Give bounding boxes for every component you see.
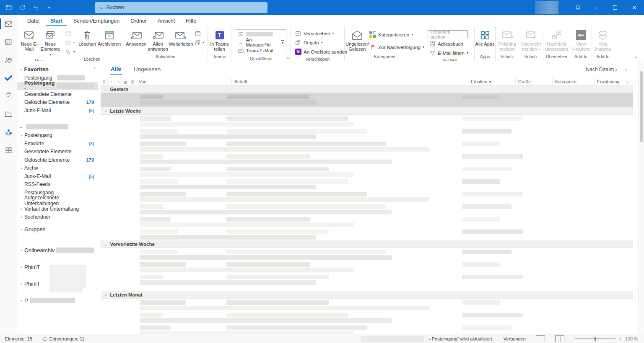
folder-item[interactable]: ›Verlauf der Unterhaltung bbox=[17, 205, 98, 213]
folder-item[interactable]: Posteingang - bbox=[17, 82, 98, 90]
folder-item[interactable]: ›Suchordner bbox=[17, 213, 98, 222]
zoom-out-button[interactable]: − bbox=[569, 336, 572, 341]
folder-item[interactable]: Gesendete Elemente bbox=[17, 90, 98, 98]
column-reminder-icon[interactable]: ⌂ bbox=[115, 78, 122, 85]
expand-icon[interactable]: › bbox=[21, 215, 22, 219]
nav-groups[interactable] bbox=[0, 127, 17, 137]
folder-item[interactable]: ›P bbox=[17, 296, 98, 305]
column-von[interactable]: Von bbox=[136, 78, 232, 85]
filter-email-button[interactable]: E-Mail filtern▾ bbox=[428, 49, 470, 57]
view-headers-button[interactable]: MHA View Headers bbox=[571, 28, 591, 52]
tab-hilfe[interactable]: Hilfe bbox=[181, 16, 201, 26]
column-itemtype-icon[interactable]: ▤ bbox=[122, 78, 129, 85]
column-groesse[interactable]: Größe bbox=[516, 78, 553, 85]
quickstep-item-2[interactable]: → An Manager*in bbox=[235, 38, 279, 46]
zoom-level[interactable]: 100 % bbox=[625, 336, 638, 341]
notifications-bell-icon[interactable] bbox=[569, 4, 586, 11]
maximize-button[interactable] bbox=[605, 0, 625, 15]
mail-row[interactable] bbox=[101, 178, 633, 190]
expand-icon[interactable]: › bbox=[21, 298, 22, 303]
collapse-folder-pane-icon[interactable]: ‹ bbox=[94, 65, 96, 70]
expand-icon[interactable]: › bbox=[21, 248, 22, 253]
viva-insights-button[interactable]: Viva Insights bbox=[593, 28, 613, 52]
mail-row[interactable] bbox=[101, 93, 633, 107]
folder-item[interactable]: ›Posteingang bbox=[17, 132, 98, 140]
column-attachment-icon[interactable]: @ bbox=[129, 78, 136, 85]
group-header[interactable]: ⌄Letzte Woche bbox=[101, 107, 633, 115]
mail-row[interactable] bbox=[101, 165, 633, 178]
forward-button[interactable]: Weiterleiten bbox=[169, 28, 192, 46]
more-respond-button[interactable]: ▾ bbox=[193, 39, 205, 46]
avatar[interactable] bbox=[535, 1, 558, 14]
unread-read-button[interactable]: Ungelesen/ Gelesen bbox=[347, 28, 367, 52]
folder-item[interactable]: Gesendete Elemente bbox=[17, 148, 98, 156]
sort-direction-icon[interactable]: ↑ bbox=[625, 67, 628, 73]
view-normal-icon[interactable] bbox=[531, 334, 550, 343]
view-reading-icon[interactable] bbox=[550, 334, 569, 343]
search-input[interactable]: ⌕ Suchen bbox=[95, 2, 267, 13]
quickstep-item-1[interactable] bbox=[235, 30, 279, 38]
folder-item[interactable]: Junk-E-Mail[5] bbox=[17, 106, 98, 115]
meeting-button[interactable] bbox=[193, 29, 205, 37]
nav-folders[interactable] bbox=[0, 109, 17, 119]
folder-item[interactable]: ›Archiv bbox=[17, 164, 98, 173]
tab-ansicht[interactable]: Ansicht bbox=[153, 16, 179, 26]
rules-button[interactable]: Regeln▾ bbox=[293, 39, 348, 46]
people-search-input[interactable]: Personen suchen bbox=[428, 30, 468, 38]
tab-ungelesen[interactable]: Ungelesen bbox=[133, 65, 162, 74]
share-to-teams-button[interactable]: T In Teams teilen bbox=[210, 28, 230, 52]
nav-tasks[interactable] bbox=[0, 91, 17, 101]
folder-item[interactable]: Aufgezeichnete Unterhaltungen bbox=[17, 197, 98, 205]
follow-up-button[interactable]: Zur Nachverfolgung▾ bbox=[368, 43, 426, 51]
column-quickflag-icon[interactable]: ⚲ bbox=[101, 78, 108, 85]
new-mail-button[interactable]: Neue E-Mail bbox=[19, 28, 39, 52]
column-betreff[interactable]: Betreff bbox=[232, 78, 468, 85]
folder-item[interactable]: ›Gruppen bbox=[17, 224, 98, 234]
tab-alle[interactable]: Alle bbox=[110, 65, 122, 75]
group-header[interactable]: ⌄Letzten Monat bbox=[101, 291, 633, 299]
cleanup-button[interactable]: ▾ bbox=[64, 39, 76, 46]
column-erwaehnung[interactable]: Erwähnung bbox=[595, 78, 622, 85]
mail-row[interactable] bbox=[101, 215, 633, 228]
nav-todo[interactable] bbox=[0, 73, 17, 83]
onenote-button[interactable]: N An OneNote senden bbox=[293, 48, 348, 56]
all-apps-button[interactable]: Alle Apps bbox=[475, 28, 495, 46]
close-button[interactable]: ✕ bbox=[625, 0, 644, 15]
tab-start[interactable]: Start bbox=[46, 16, 67, 26]
mail-row[interactable] bbox=[101, 127, 633, 140]
move-button[interactable]: Verschieben▾ bbox=[293, 29, 348, 37]
status-reminders[interactable]: Erinnerungen: 11 bbox=[37, 334, 90, 343]
expand-icon[interactable]: › bbox=[21, 281, 22, 286]
nav-people[interactable] bbox=[0, 55, 17, 64]
junk-button[interactable]: ▾ bbox=[64, 48, 76, 56]
delete-button[interactable]: Löschen bbox=[77, 28, 97, 46]
folder-item[interactable]: RSS-Feeds bbox=[17, 181, 98, 189]
undo-icon[interactable] bbox=[32, 4, 39, 11]
reply-button[interactable]: Antworten bbox=[126, 28, 147, 46]
mail-row[interactable] bbox=[101, 228, 633, 240]
nav-mail[interactable] bbox=[0, 19, 17, 28]
folder-item[interactable]: Gelöschte Elemente179 bbox=[17, 156, 98, 164]
mail-row[interactable] bbox=[101, 273, 633, 286]
group-header[interactable]: ⌄Vorvorletzte Woche bbox=[101, 240, 633, 248]
mail-row[interactable] bbox=[101, 140, 633, 152]
quicksteps-more-button[interactable]: ▾ bbox=[279, 30, 286, 55]
mail-row[interactable] bbox=[101, 115, 633, 127]
categorize-button[interactable]: Kategorisieren▾ bbox=[368, 31, 426, 39]
collapse-ribbon-icon[interactable]: ⌄ bbox=[634, 54, 638, 59]
folder-item[interactable]: ›PhinIT bbox=[17, 262, 98, 271]
nav-calendar[interactable] bbox=[0, 37, 17, 46]
expand-icon[interactable]: › bbox=[21, 166, 22, 170]
mail-row[interactable] bbox=[101, 299, 633, 311]
tab-senden-empfangen[interactable]: Senden/Empfangen bbox=[69, 16, 125, 26]
mail-row[interactable] bbox=[101, 152, 633, 165]
nav-more-apps[interactable] bbox=[0, 145, 17, 155]
mail-row[interactable] bbox=[101, 248, 633, 260]
ignore-button[interactable] bbox=[64, 29, 76, 37]
new-items-button[interactable]: Neue Elemente ▾ bbox=[40, 28, 60, 57]
folder-item[interactable]: Entwürfe[3] bbox=[17, 139, 98, 148]
column-kategorien[interactable]: Kategorien bbox=[553, 78, 595, 85]
mail-row[interactable] bbox=[101, 324, 633, 334]
translate-message-button[interactable]: Nachricht übersetzen bbox=[546, 28, 567, 52]
report-phishing-button[interactable]: Phishing melden bbox=[497, 28, 517, 52]
